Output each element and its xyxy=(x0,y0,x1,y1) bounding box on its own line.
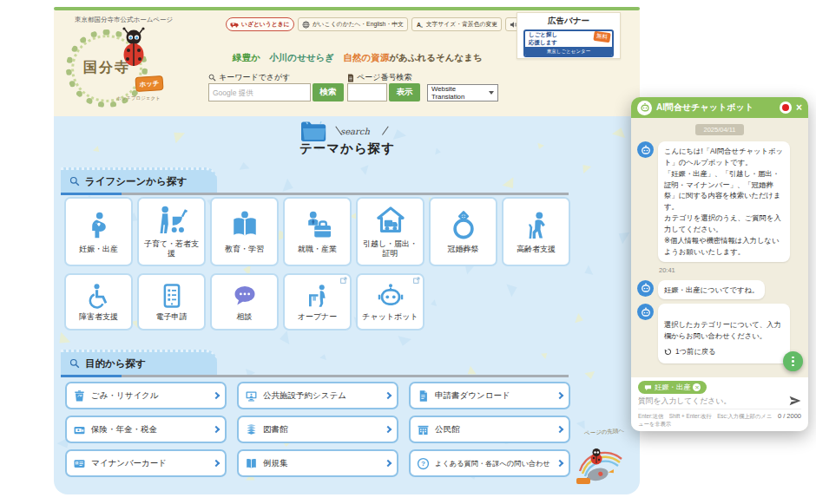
chevron-right-icon xyxy=(556,392,563,399)
decoration-slash xyxy=(382,126,389,135)
button-facility-reservation[interactable]: 公共施設予約システム xyxy=(237,382,398,409)
hocchi-badge: ホッチ xyxy=(135,75,163,92)
card-disability[interactable]: 障害者支援 xyxy=(64,273,133,331)
card-consultation[interactable]: 相談 xyxy=(210,273,279,331)
job-search-ad[interactable]: しごと探し 応援します 無料 東京しごとセンター xyxy=(523,29,614,57)
page-number-label: ページ番号検索 xyxy=(347,72,411,83)
books-icon xyxy=(245,423,258,436)
button-faq-contact[interactable]: ? よくある質問・各課への問い合わせ xyxy=(409,449,570,477)
record-icon[interactable] xyxy=(780,101,792,114)
emergency-link[interactable]: いざというときに xyxy=(226,17,294,31)
keyword-search-input[interactable] xyxy=(208,83,311,101)
page-number-input[interactable] xyxy=(347,83,387,101)
ad-banner-box: 広告バナー しごと探し 応援します 無料 東京しごとセンター xyxy=(517,12,621,59)
page-number-icon xyxy=(347,74,354,82)
text-size-link[interactable]: Aa 文字サイズ・背景色の変更 xyxy=(411,17,502,31)
chat-shortcut-hint: Enter:送信 Shift + Enter:改行 Esc:入力欄上部のメニュー… xyxy=(638,412,773,428)
chatbot-header: AI問合せチャットボット × xyxy=(631,97,808,118)
external-link-icon xyxy=(413,277,420,284)
close-icon[interactable]: × xyxy=(796,102,802,113)
card-ceremonies[interactable]: 冠婚葬祭 xyxy=(429,197,497,266)
header-links: いざというときに がいこくのかたへ・English・中文 Aa 文字サイズ・背景… xyxy=(226,17,549,31)
chatbot-footer: 妊娠・出産 ✕ Enter:送信 Shift + Enter:改行 Esc:入力… xyxy=(631,377,808,431)
category-chip-icon xyxy=(644,384,652,391)
card-education[interactable]: 教育・学習 xyxy=(210,197,279,266)
card-childcare[interactable]: 子育て・若者支援 xyxy=(137,197,206,266)
e-application-tablet-icon xyxy=(159,283,185,309)
chat-hint-row: Enter:送信 Shift + Enter:改行 Esc:入力欄上部のメニュー… xyxy=(638,409,801,428)
bot-message-bubble: こんにちは!「AI問合せチャットボット」のヘルプボットです。 「妊娠・出産」、「… xyxy=(658,141,790,262)
lifescene-cards-row1: 妊娠・出産 子育て・若者支援 教育・学習 就職・産業 引越し・届出・証明 冠婚葬… xyxy=(64,197,570,266)
bot-message: 妊娠・出産についてですね。 xyxy=(637,280,802,300)
purpose-grid: ごみ・リサイクル 公共施設予約システム 申請書ダウンロード 保険・年金・税金 図 xyxy=(65,382,582,477)
text-size-icon: Aa xyxy=(416,21,424,29)
section-divider xyxy=(61,193,569,195)
button-regulations[interactable]: 例規集 xyxy=(237,449,398,477)
show-button[interactable]: 表示 xyxy=(389,83,420,101)
ad-brand: 東京しごとセンター xyxy=(525,47,612,56)
employment-briefcase-icon xyxy=(302,210,333,241)
chat-date-badge: 2025/04/11 xyxy=(695,124,745,135)
chevron-down-icon xyxy=(489,91,494,95)
back-to-top[interactable]: ページの先頭へ xyxy=(568,429,640,493)
bot-message-bubble: 選択したカテゴリーについて、入力欄からお問い合わせください。 1つ前に戻る xyxy=(658,304,790,363)
chevron-right-icon xyxy=(385,460,392,467)
chevron-right-icon xyxy=(385,392,392,399)
site-label: 東京都国分寺市公式ホームページ xyxy=(75,16,173,24)
chatbot-robot-icon xyxy=(377,283,405,309)
go-back-button[interactable]: 1つ前に戻る xyxy=(664,346,716,357)
card-pregnancy[interactable]: 妊娠・出産 xyxy=(64,197,133,266)
button-community-center[interactable]: 公民館 xyxy=(409,416,570,443)
button-mynumber-card[interactable]: マイナンバーカード xyxy=(65,449,227,477)
trash-icon xyxy=(73,389,86,403)
id-card-icon xyxy=(73,457,86,470)
website-translation-select[interactable]: Website Translation xyxy=(427,84,498,101)
chevron-right-icon xyxy=(385,426,392,433)
foreign-language-link[interactable]: がいこくのかたへ・English・中文 xyxy=(298,17,408,31)
search-button[interactable]: 検索 xyxy=(313,83,344,101)
section-divider xyxy=(61,375,569,377)
pregnancy-icon xyxy=(84,210,114,241)
button-form-download[interactable]: 申請書ダウンロード xyxy=(409,382,570,409)
chat-menu-button[interactable] xyxy=(783,351,803,371)
folder-icon xyxy=(299,120,328,143)
chat-question-input[interactable] xyxy=(638,396,784,405)
card-moving[interactable]: 引越し・届出・証明 xyxy=(356,197,424,266)
bot-message-bubble: 妊娠・出産についてですね。 xyxy=(658,280,765,300)
bot-avatar-icon xyxy=(637,304,654,320)
bot-avatar-icon xyxy=(637,280,654,297)
globe-icon xyxy=(302,21,310,29)
city-logo[interactable]: 国分寺 ホッチ ホッチプロジェクト xyxy=(61,24,174,115)
chevron-right-icon xyxy=(213,460,220,467)
card-e-application[interactable]: 電子申請 xyxy=(137,273,206,331)
ad-banner-title: 広告バナー xyxy=(517,16,620,27)
svg-text:?: ? xyxy=(421,460,425,468)
monitor-icon xyxy=(245,389,258,403)
remove-chip-icon[interactable]: ✕ xyxy=(693,383,701,391)
theme-section-title: テーマから探す xyxy=(260,141,434,157)
bot-message: こんにちは!「AI問合せチャットボット」のヘルプボットです。 「妊娠・出産」、「… xyxy=(637,141,802,262)
card-employment[interactable]: 就職・産業 xyxy=(283,197,352,266)
elderly-support-icon xyxy=(521,210,552,241)
document-icon xyxy=(417,389,430,403)
card-chatbot[interactable]: チャットボット xyxy=(356,273,424,331)
card-elderly[interactable]: 高齢者支援 xyxy=(502,197,570,266)
opener-desk-icon xyxy=(305,283,331,309)
consultation-bubble-icon xyxy=(231,283,259,309)
card-opener[interactable]: オープナー xyxy=(283,273,352,331)
button-insurance-pension-tax[interactable]: 保険・年金・税金 xyxy=(65,416,227,443)
button-library[interactable]: 図書館 xyxy=(237,416,398,443)
send-icon[interactable] xyxy=(789,396,801,406)
chevron-right-icon xyxy=(213,392,220,399)
education-reading-icon xyxy=(229,210,260,241)
building-icon xyxy=(417,423,430,436)
main-column: 東京都国分寺市公式ホームページ 国分寺 ホッチ ホッチプロジェ xyxy=(54,7,640,494)
message-timestamp: 20:41 xyxy=(659,266,802,274)
rocket-mascot-icon xyxy=(568,436,630,487)
category-chip[interactable]: 妊娠・出産 ✕ xyxy=(638,381,707,394)
purpose-tab: 目的から探す xyxy=(61,350,217,375)
button-garbage-recycle[interactable]: ごみ・リサイクル xyxy=(65,382,227,409)
search-decoration-text: search xyxy=(340,127,370,136)
ladybug-mascot-icon xyxy=(113,24,153,69)
chatbot-title: AI問合せチャットボット xyxy=(656,101,775,114)
